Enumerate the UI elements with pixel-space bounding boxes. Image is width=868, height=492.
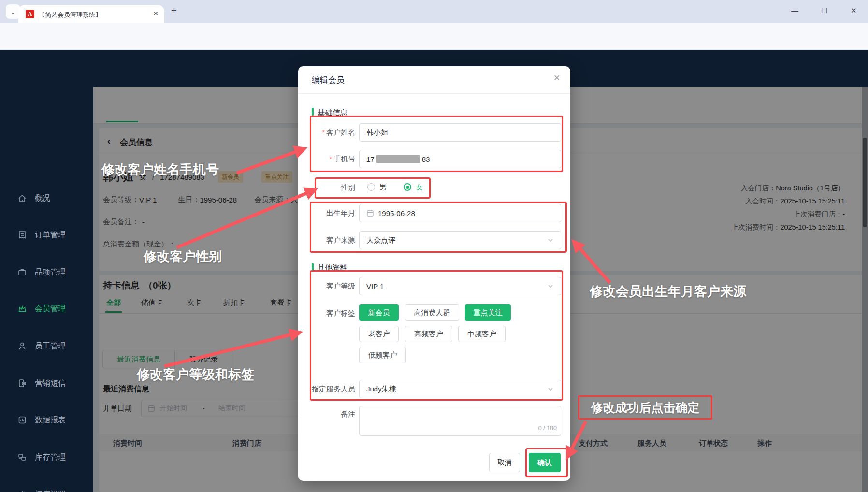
name-field-label: *客户姓名 (308, 128, 355, 137)
phone-redaction-block (376, 155, 420, 163)
tab-title: 【简艺会员管理系统】 (39, 11, 101, 19)
section-other-title: 其他资料 (318, 263, 347, 273)
home-icon (17, 193, 27, 203)
browser-toolbar: ← → ⟳ mf.82609000.cn/admin/vip-managemen… (0, 23, 868, 50)
sms-phone-icon (17, 378, 27, 388)
required-asterisk: * (322, 128, 325, 136)
sidebar-item-overview[interactable]: 概况 (0, 189, 93, 208)
radio-female-label[interactable]: 女 (416, 183, 423, 192)
chevron-down-icon (547, 386, 554, 392)
browser-tab-strip: ⌄ A 【简艺会员管理系统】 ✕ + — ☐ ✕ (0, 0, 868, 23)
source-select[interactable]: 大众点评 (359, 231, 561, 249)
annotation-text-gender: 修改客户性别 (144, 248, 222, 265)
section-bar (312, 108, 314, 116)
sidebar-item-label: 品项管理 (35, 267, 66, 277)
inventory-boxes-icon (17, 452, 27, 462)
section-bar (312, 263, 314, 271)
new-tab-button[interactable]: + (171, 5, 177, 16)
tag-mid-frequency[interactable]: 中频客户 (458, 326, 506, 342)
calendar-icon (366, 209, 374, 217)
divider (298, 93, 570, 94)
tab-close-icon[interactable]: ✕ (153, 10, 159, 17)
phone-field-label: *手机号 (308, 155, 355, 164)
gear-icon (17, 490, 27, 492)
required-asterisk: * (329, 155, 332, 163)
annotation-text-birth-source: 修改会员出生年月客户来源 (590, 283, 746, 300)
page: ⌄ A 【简艺会员管理系统】 ✕ + — ☐ ✕ ← → ⟳ mf.826090… (0, 0, 868, 492)
briefcase-icon (17, 267, 27, 277)
sidebar-item-inventory[interactable]: 库存管理 (0, 448, 93, 467)
sidebar-item-label: 概况 (35, 193, 50, 203)
window-maximize-button[interactable]: ☐ (821, 6, 827, 15)
birth-date-input[interactable]: 1995-06-28 (359, 204, 561, 222)
sidebar-item-reports[interactable]: 数据报表 (0, 411, 93, 430)
window-minimize-button[interactable]: — (791, 6, 798, 14)
window-close-button[interactable]: ✕ (851, 6, 857, 15)
edit-member-modal: 编辑会员 ✕ 基础信息 *客户姓名 韩小姐 *手机号 1783 性别 男 女 出… (298, 66, 570, 481)
person-icon (17, 341, 27, 351)
sidebar-item-label: 会员管理 (35, 304, 66, 314)
note-field-label: 备注 (308, 410, 355, 419)
report-chart-icon (17, 415, 27, 425)
tag-low-frequency[interactable]: 低频客户 (359, 347, 406, 363)
chevron-down-icon (547, 283, 554, 289)
level-select[interactable]: VIP 1 (359, 277, 561, 295)
sidebar: 概况 订单管理 品项管理 会员管理 员工管理 营销短信 数据报表 库存管理 (0, 87, 93, 492)
section-basic-title: 基础信息 (318, 108, 347, 118)
chevron-down-icon: ⌄ (11, 8, 16, 15)
tags-field-label: 客户标签 (308, 309, 355, 318)
tag-high-frequency[interactable]: 高频客户 (405, 326, 452, 342)
sidebar-item-label: 营销短信 (35, 378, 66, 389)
sidebar-item-staff[interactable]: 员工管理 (0, 337, 93, 356)
service-select[interactable]: Judy朱棣 (359, 380, 561, 398)
browser-tab[interactable]: A 【简艺会员管理系统】 ✕ (18, 5, 164, 23)
sidebar-item-items[interactable]: 品项管理 (0, 263, 93, 282)
radio-female[interactable] (404, 183, 411, 191)
phone-input[interactable]: 1783 (359, 150, 561, 168)
annotation-text-level-tags: 修改客户等级和标签 (137, 366, 254, 383)
gender-field-label: 性别 (308, 183, 355, 192)
order-receipt-icon (17, 230, 27, 240)
modal-title: 编辑会员 (312, 74, 345, 86)
sidebar-item-label: 门店设置 (35, 490, 66, 492)
crown-icon (17, 304, 27, 314)
sidebar-item-orders[interactable]: 订单管理 (0, 226, 93, 245)
sidebar-item-sms[interactable]: 营销短信 (0, 374, 93, 393)
service-field-label: 指定服务人员 (308, 385, 355, 394)
annotation-text-name-phone: 修改客户姓名手机号 (101, 161, 219, 178)
note-char-counter: 0 / 100 (521, 425, 557, 432)
source-field-label: 客户来源 (308, 236, 355, 245)
sidebar-item-label: 员工管理 (35, 341, 66, 351)
confirm-button[interactable]: 确认 (529, 453, 561, 472)
modal-close-icon[interactable]: ✕ (553, 73, 560, 83)
tag-key-focus[interactable]: 重点关注 (465, 304, 511, 321)
birth-field-label: 出生年月 (308, 209, 355, 218)
level-field-label: 客户等级 (308, 282, 355, 291)
radio-male[interactable] (367, 183, 375, 191)
tag-high-spender[interactable]: 高消费人群 (405, 304, 459, 321)
sidebar-item-label: 订单管理 (35, 230, 66, 240)
tag-old-customer[interactable]: 老客户 (359, 326, 399, 342)
sidebar-item-members[interactable]: 会员管理 (0, 300, 93, 319)
name-input[interactable]: 韩小姐 (359, 123, 561, 142)
cancel-button[interactable]: 取消 (489, 453, 520, 472)
chevron-down-icon (547, 237, 554, 244)
tag-new-member[interactable]: 新会员 (359, 304, 399, 321)
sidebar-item-label: 库存管理 (35, 452, 66, 463)
radio-male-label[interactable]: 男 (379, 183, 387, 192)
sidebar-item-store-settings[interactable]: 门店设置 (0, 485, 93, 492)
site-favicon: A (26, 10, 34, 18)
sidebar-item-label: 数据报表 (35, 415, 66, 425)
